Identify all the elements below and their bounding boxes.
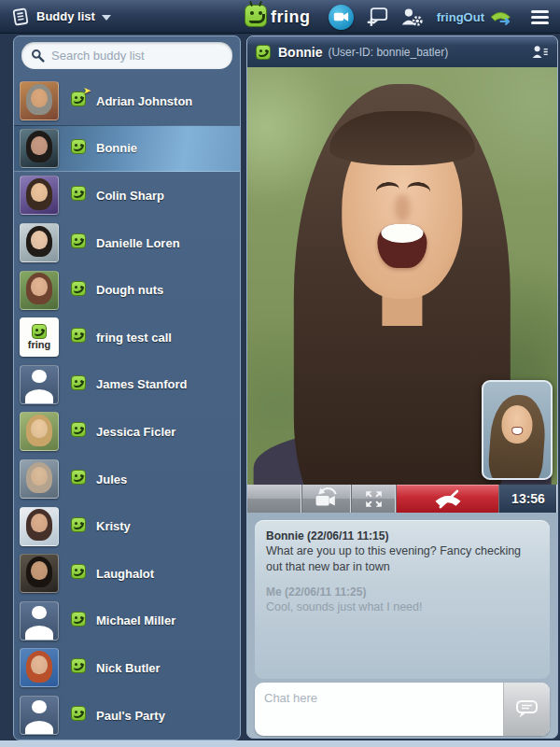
chat-input-row — [255, 683, 550, 736]
call-contact-name: Bonnie — [278, 45, 322, 60]
contacts-settings-button[interactable] — [400, 7, 423, 27]
buddy-name: Michael Miller — [96, 613, 175, 627]
buddy-avatar — [20, 81, 59, 120]
call-timer: 13:56 — [499, 485, 557, 513]
buddy-row[interactable]: Dough nuts — [14, 266, 240, 314]
fring-mascot-icon — [245, 5, 267, 27]
online-status-icon — [71, 422, 86, 437]
fring-logo-avatar-icon — [32, 324, 47, 339]
buddy-sidebar: ➤ Adrian Johnston Bonnie Colin Sharp — [13, 35, 241, 740]
buddy-name: Kristy — [96, 519, 131, 533]
buddy-avatar — [20, 129, 59, 168]
buddy-name: Nick Butler — [96, 661, 161, 675]
online-status-icon — [71, 612, 86, 627]
buddy-name: Danielle Loren — [96, 236, 180, 250]
search-input[interactable] — [51, 49, 223, 63]
online-status-icon — [71, 281, 86, 296]
video-call-button[interactable] — [329, 5, 354, 30]
call-contact-userid: (User-ID: bonnie_batler) — [328, 46, 448, 59]
chevron-down-icon — [102, 15, 111, 21]
message-text: What are you up to this evening? Fancy c… — [266, 543, 539, 575]
online-status-icon — [71, 186, 86, 201]
message-list: Bonnie (22/06/11 11:15) What are you up … — [255, 520, 550, 679]
buddy-name: James Stanford — [96, 377, 188, 391]
buddy-row[interactable]: Laughalot — [14, 550, 240, 598]
online-status-icon — [71, 328, 86, 343]
buddy-avatar — [20, 554, 59, 593]
buddy-list-dropdown[interactable]: Buddy list — [0, 0, 120, 33]
online-status-icon — [71, 658, 86, 673]
remote-video-feed — [247, 67, 557, 485]
buddy-row[interactable]: Paul's Party — [14, 692, 240, 740]
buddy-row[interactable]: ➤ Adrian Johnston — [14, 78, 240, 125]
buddy-name: Dough nuts — [96, 283, 163, 297]
buddy-avatar — [20, 648, 59, 687]
buddy-name: fring test call — [96, 331, 172, 345]
switch-camera-icon — [313, 487, 341, 510]
buddy-avatar — [20, 365, 59, 404]
online-status-icon — [71, 517, 86, 532]
buddy-row[interactable]: Bonnie — [14, 125, 240, 173]
message-time: (22/06/11 11:25) — [285, 585, 366, 599]
control-bar-spacer — [247, 485, 302, 513]
buddy-row[interactable]: Kristy — [14, 502, 240, 550]
video-camera-icon — [333, 11, 349, 22]
search-icon — [31, 49, 45, 63]
self-video-preview[interactable] — [482, 380, 553, 480]
buddy-avatar — [20, 412, 59, 451]
contact-gear-icon — [400, 7, 423, 27]
call-control-bar: 13:56 — [247, 485, 557, 513]
hangup-button[interactable] — [397, 485, 499, 513]
buddy-avatar — [20, 223, 59, 262]
buddy-row[interactable]: Nick Butler — [14, 644, 240, 692]
chat-section: Bonnie (22/06/11 11:15) What are you up … — [247, 513, 557, 738]
call-header: Bonnie (User-ID: bonnie_batler) — [247, 36, 557, 67]
add-chat-icon — [366, 7, 388, 28]
contact-details-icon — [531, 44, 549, 60]
send-message-button[interactable] — [503, 683, 550, 736]
fringout-button[interactable]: fringOut — [435, 7, 515, 27]
fullscreen-button[interactable] — [352, 485, 397, 513]
add-chat-button[interactable] — [366, 7, 388, 28]
buddy-avatar: fring — [20, 317, 59, 357]
search-box — [21, 42, 232, 69]
top-bar: Buddy list fring — [0, 0, 560, 34]
online-status-icon — [71, 233, 86, 248]
hangup-icon — [431, 488, 465, 510]
fringout-label: fringOut — [437, 10, 484, 24]
online-status-icon — [71, 139, 86, 154]
send-bubble-icon — [515, 699, 539, 719]
message-sender: Me — [266, 585, 282, 599]
buddy-row[interactable]: fring fring test call — [14, 314, 240, 361]
buddy-name: Jessica Ficler — [96, 425, 175, 439]
buddy-list-label: Buddy list — [36, 9, 95, 23]
message-text: Cool, sounds just what I need! — [266, 599, 539, 615]
buddy-row[interactable]: Danielle Loren — [14, 219, 240, 267]
fringout-phone-icon — [488, 7, 513, 27]
buddy-list-icon — [11, 7, 30, 26]
contact-details-button[interactable] — [531, 44, 549, 60]
online-status-icon — [71, 564, 86, 579]
switch-camera-button[interactable] — [302, 485, 352, 513]
chat-input[interactable] — [255, 683, 503, 736]
buddy-list: ➤ Adrian Johnston Bonnie Colin Sharp — [14, 78, 240, 740]
buddy-row[interactable]: Jules — [14, 456, 240, 503]
buddy-name: Colin Sharp — [96, 189, 164, 203]
buddy-row[interactable]: Colin Sharp — [14, 172, 240, 219]
buddy-avatar — [20, 601, 59, 641]
fring-status-icon — [256, 45, 271, 60]
buddy-avatar — [20, 696, 59, 735]
away-arrow-icon: ➤ — [83, 86, 91, 95]
call-panel: Bonnie (User-ID: bonnie_batler) — [246, 35, 558, 739]
buddy-avatar — [20, 271, 59, 310]
menu-button[interactable] — [527, 7, 553, 28]
buddy-row[interactable]: Michael Miller — [14, 598, 240, 645]
buddy-name: Adrian Johnston — [96, 94, 192, 108]
buddy-name: Laughalot — [96, 567, 154, 581]
buddy-name: Paul's Party — [96, 709, 165, 723]
buddy-row[interactable]: Jessica Ficler — [14, 408, 240, 456]
buddy-row[interactable]: James Stanford — [14, 361, 240, 409]
buddy-avatar — [20, 507, 59, 546]
brand-name: fring — [271, 8, 311, 27]
buddy-name: Bonnie — [96, 141, 137, 155]
